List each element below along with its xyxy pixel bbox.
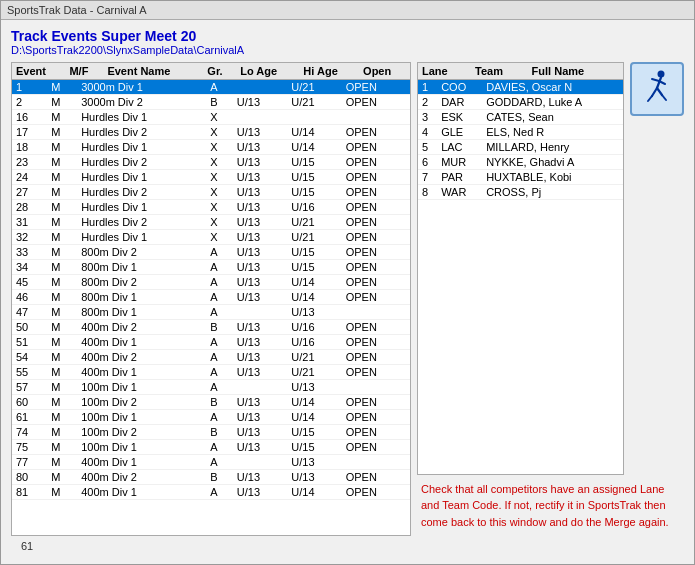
- cell-gr: A: [206, 80, 233, 95]
- cell-gr: A: [206, 290, 233, 305]
- table-row[interactable]: 46 M 800m Div 1 A U/13 U/14 OPEN: [12, 290, 410, 305]
- table-row[interactable]: 6 MUR NYKKE, Ghadvi A: [418, 155, 623, 170]
- cell-name: 800m Div 2: [77, 275, 206, 290]
- table-row[interactable]: 1 M 3000m Div 1 A U/21 OPEN: [12, 80, 410, 95]
- cell-name: 400m Div 1: [77, 335, 206, 350]
- table-row[interactable]: 74 M 100m Div 2 B U/13 U/15 OPEN: [12, 425, 410, 440]
- table-row[interactable]: 34 M 800m Div 1 A U/13 U/15 OPEN: [12, 260, 410, 275]
- cell-name: 800m Div 2: [77, 245, 206, 260]
- table-row[interactable]: 77 M 400m Div 1 A U/13: [12, 455, 410, 470]
- table-row[interactable]: 23 M Hurdles Div 2 X U/13 U/15 OPEN: [12, 155, 410, 170]
- cell-event: 17: [12, 125, 47, 140]
- cell-event: 54: [12, 350, 47, 365]
- table-row[interactable]: 51 M 400m Div 1 A U/13 U/16 OPEN: [12, 335, 410, 350]
- content-area: Track Events Super Meet 20 D:\SportsTrak…: [1, 20, 694, 564]
- table-row[interactable]: 1 COO DAVIES, Oscar N: [418, 80, 623, 95]
- cell-name: 400m Div 1: [77, 365, 206, 380]
- cell-lane: 4: [418, 125, 437, 140]
- cell-mf: M: [47, 200, 77, 215]
- table-row[interactable]: 18 M Hurdles Div 1 X U/13 U/14 OPEN: [12, 140, 410, 155]
- table-row[interactable]: 2 DAR GODDARD, Luke A: [418, 95, 623, 110]
- cell-gr: A: [206, 410, 233, 425]
- cell-loage: U/13: [233, 200, 287, 215]
- table-row[interactable]: 81 M 400m Div 1 A U/13 U/14 OPEN: [12, 485, 410, 500]
- cell-fullname: DAVIES, Oscar N: [482, 80, 623, 95]
- lane-table-body-wrapper[interactable]: 1 COO DAVIES, Oscar N 2 DAR GODDARD, Luk…: [418, 80, 623, 474]
- cell-gr: X: [206, 185, 233, 200]
- cell-loage: U/13: [233, 155, 287, 170]
- table-row[interactable]: 8 WAR CROSS, Pj: [418, 185, 623, 200]
- header-section: Track Events Super Meet 20 D:\SportsTrak…: [11, 28, 684, 56]
- cell-event: 47: [12, 305, 47, 320]
- page-number: 61: [21, 540, 33, 552]
- cell-open: [342, 380, 410, 395]
- cell-hiage: U/16: [287, 320, 341, 335]
- cell-name: Hurdles Div 2: [77, 215, 206, 230]
- table-row[interactable]: 31 M Hurdles Div 2 X U/13 U/21 OPEN: [12, 215, 410, 230]
- cell-mf: M: [47, 380, 77, 395]
- table-row[interactable]: 5 LAC MILLARD, Henry: [418, 140, 623, 155]
- events-table-body-wrapper[interactable]: 1 M 3000m Div 1 A U/21 OPEN 2 M 3000m Di…: [12, 80, 410, 535]
- table-row[interactable]: 50 M 400m Div 2 B U/13 U/16 OPEN: [12, 320, 410, 335]
- table-row[interactable]: 3 ESK CATES, Sean: [418, 110, 623, 125]
- cell-open: OPEN: [342, 395, 410, 410]
- table-row[interactable]: 75 M 100m Div 1 A U/13 U/15 OPEN: [12, 440, 410, 455]
- cell-mf: M: [47, 245, 77, 260]
- cell-hiage: U/16: [287, 200, 341, 215]
- col-hiage: Hi Age: [299, 63, 359, 80]
- table-row[interactable]: 55 M 400m Div 1 A U/13 U/21 OPEN: [12, 365, 410, 380]
- cell-open: OPEN: [342, 440, 410, 455]
- cell-gr: A: [206, 350, 233, 365]
- lane-table-body: 1 COO DAVIES, Oscar N 2 DAR GODDARD, Luk…: [418, 80, 623, 200]
- cell-gr: X: [206, 125, 233, 140]
- cell-name: 800m Div 1: [77, 260, 206, 275]
- cell-gr: A: [206, 440, 233, 455]
- table-row[interactable]: 80 M 400m Div 2 B U/13 U/13 OPEN: [12, 470, 410, 485]
- cell-loage: [233, 380, 287, 395]
- cell-loage: U/13: [233, 320, 287, 335]
- cell-loage: U/13: [233, 485, 287, 500]
- table-row[interactable]: 24 M Hurdles Div 1 X U/13 U/15 OPEN: [12, 170, 410, 185]
- cell-hiage: U/14: [287, 275, 341, 290]
- table-row[interactable]: 27 M Hurdles Div 2 X U/13 U/15 OPEN: [12, 185, 410, 200]
- cell-gr: B: [206, 320, 233, 335]
- table-row[interactable]: 54 M 400m Div 2 A U/13 U/21 OPEN: [12, 350, 410, 365]
- cell-hiage: U/16: [287, 335, 341, 350]
- table-row[interactable]: 7 PAR HUXTABLE, Kobi: [418, 170, 623, 185]
- table-row[interactable]: 60 M 100m Div 2 B U/13 U/14 OPEN: [12, 395, 410, 410]
- cell-hiage: U/21: [287, 95, 341, 110]
- cell-name: 100m Div 2: [77, 395, 206, 410]
- table-row[interactable]: 2 M 3000m Div 2 B U/13 U/21 OPEN: [12, 95, 410, 110]
- cell-gr: B: [206, 95, 233, 110]
- col-lane: Lane: [418, 63, 471, 80]
- cell-hiage: U/15: [287, 245, 341, 260]
- cell-event: 46: [12, 290, 47, 305]
- table-row[interactable]: 17 M Hurdles Div 2 X U/13 U/14 OPEN: [12, 125, 410, 140]
- table-row[interactable]: 16 M Hurdles Div 1 X: [12, 110, 410, 125]
- table-row[interactable]: 4 GLE ELS, Ned R: [418, 125, 623, 140]
- col-event: Event: [12, 63, 65, 80]
- cell-gr: X: [206, 215, 233, 230]
- cell-fullname: CATES, Sean: [482, 110, 623, 125]
- table-row[interactable]: 57 M 100m Div 1 A U/13: [12, 380, 410, 395]
- cell-gr: X: [206, 170, 233, 185]
- table-row[interactable]: 61 M 100m Div 1 A U/13 U/14 OPEN: [12, 410, 410, 425]
- table-row[interactable]: 45 M 800m Div 2 A U/13 U/14 OPEN: [12, 275, 410, 290]
- table-row[interactable]: 47 M 800m Div 1 A U/13: [12, 305, 410, 320]
- cell-hiage: U/14: [287, 290, 341, 305]
- cell-mf: M: [47, 365, 77, 380]
- cell-hiage: U/13: [287, 455, 341, 470]
- lane-table: Lane Team Full Name: [418, 63, 623, 80]
- table-row[interactable]: 33 M 800m Div 2 A U/13 U/15 OPEN: [12, 245, 410, 260]
- table-row[interactable]: 28 M Hurdles Div 1 X U/13 U/16 OPEN: [12, 200, 410, 215]
- cell-event: 32: [12, 230, 47, 245]
- subtitle: D:\SportsTrak2200\SlynxSampleData\Carniv…: [11, 44, 684, 56]
- cell-mf: M: [47, 110, 77, 125]
- cell-event: 77: [12, 455, 47, 470]
- cell-team: PAR: [437, 170, 482, 185]
- cell-name: 3000m Div 1: [77, 80, 206, 95]
- cell-mf: M: [47, 425, 77, 440]
- cell-hiage: U/15: [287, 260, 341, 275]
- table-row[interactable]: 32 M Hurdles Div 1 X U/13 U/21 OPEN: [12, 230, 410, 245]
- main-title: Track Events Super Meet 20: [11, 28, 684, 44]
